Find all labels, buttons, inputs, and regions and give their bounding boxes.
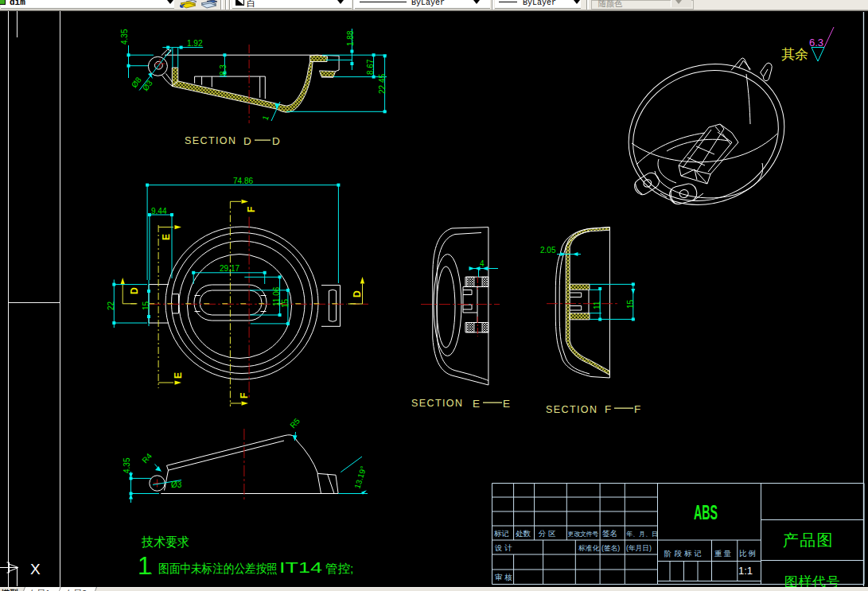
svg-text:产品图: 产品图 [783, 531, 834, 549]
svg-text:D: D [129, 287, 140, 294]
svg-text:4: 4 [480, 259, 485, 268]
svg-text:F: F [246, 207, 257, 212]
svg-text:(年月日): (年月日) [626, 544, 652, 552]
svg-text:标记: 标记 [493, 529, 509, 538]
svg-text:22.45: 22.45 [378, 74, 387, 94]
svg-text:29.17: 29.17 [220, 264, 239, 273]
svg-text:管控;: 管控; [325, 562, 353, 575]
svg-text:重量: 重量 [714, 549, 733, 558]
svg-text:分 区: 分 区 [538, 529, 556, 538]
svg-text:E: E [503, 398, 510, 410]
svg-text:标准化: 标准化 [578, 544, 599, 552]
svg-text:签名: 签名 [602, 529, 617, 538]
svg-text:更改文件号: 更改文件号 [568, 531, 599, 538]
svg-text:E: E [173, 372, 184, 379]
svg-text:阶段标记: 阶段标记 [664, 549, 704, 558]
svg-text:15: 15 [626, 299, 635, 309]
svg-text:F: F [634, 403, 640, 415]
svg-text:D: D [272, 135, 280, 147]
svg-text:比例: 比例 [739, 549, 757, 558]
svg-text:年、月、日: 年、月、日 [626, 531, 658, 538]
svg-text:设 计: 设 计 [494, 543, 512, 552]
svg-text:22: 22 [107, 301, 115, 310]
svg-text:E: E [473, 398, 480, 410]
svg-text:4.35: 4.35 [123, 457, 131, 473]
svg-text:1.92: 1.92 [187, 39, 203, 48]
svg-text:F: F [605, 403, 611, 415]
svg-text:审 核: 审 核 [495, 573, 512, 581]
svg-text:(签名): (签名) [601, 544, 620, 552]
svg-text:图面中未标注的公差按照: 图面中未标注的公差按照 [158, 562, 278, 575]
svg-text:2.05: 2.05 [540, 246, 556, 255]
svg-text:D: D [352, 290, 363, 297]
svg-text:D: D [243, 135, 251, 147]
svg-text:E: E [161, 234, 172, 240]
svg-text:ABS: ABS [694, 501, 718, 523]
svg-text:1:1: 1:1 [738, 565, 753, 577]
svg-text:其余: 其余 [781, 47, 808, 62]
svg-text:处数: 处数 [516, 529, 531, 538]
svg-text:SECTION: SECTION [546, 404, 597, 415]
svg-text:X: X [30, 561, 41, 577]
svg-text:11: 11 [593, 301, 601, 309]
svg-text:1.88: 1.88 [346, 30, 355, 46]
svg-text:6.3: 6.3 [809, 37, 823, 49]
svg-text:F: F [239, 393, 250, 399]
svg-text:SECTION: SECTION [411, 398, 463, 409]
svg-text:4.35: 4.35 [120, 29, 129, 45]
svg-text:11.06: 11.06 [272, 286, 281, 306]
svg-text:8.67: 8.67 [366, 59, 375, 75]
svg-text:8.3: 8.3 [219, 64, 228, 76]
svg-text:74.86: 74.86 [233, 177, 253, 185]
svg-text:IT14: IT14 [279, 559, 323, 576]
svg-text:15: 15 [142, 301, 150, 310]
svg-text:9.44: 9.44 [151, 207, 167, 216]
svg-text:技术要求: 技术要求 [141, 535, 189, 549]
svg-text:Ø3: Ø3 [171, 480, 182, 489]
svg-text:SECTION: SECTION [185, 135, 236, 146]
svg-text:15: 15 [281, 298, 290, 308]
